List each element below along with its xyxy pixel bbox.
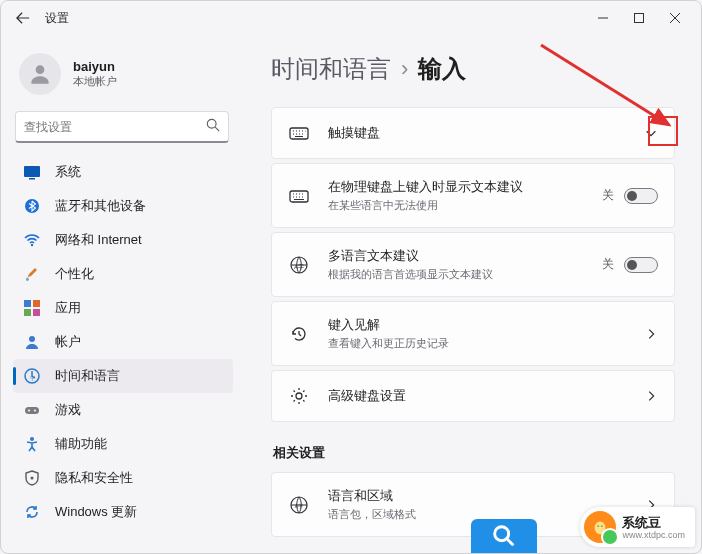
svg-point-1 bbox=[36, 65, 45, 74]
svg-rect-4 bbox=[29, 178, 35, 180]
sidebar-item-network[interactable]: 网络和 Internet bbox=[13, 223, 233, 257]
svg-point-11 bbox=[29, 336, 35, 342]
chevron-right-icon bbox=[644, 327, 658, 341]
svg-rect-3 bbox=[24, 166, 40, 177]
sidebar-item-privacy[interactable]: 隐私和安全性 bbox=[13, 461, 233, 495]
keyboard-icon bbox=[288, 122, 310, 144]
sidebar-item-label: 蓝牙和其他设备 bbox=[55, 197, 146, 215]
card-physical-suggest[interactable]: 在物理键盘上键入时显示文本建议 在某些语言中无法使用 关 bbox=[271, 163, 675, 228]
card-advanced-keyboard[interactable]: 高级键盘设置 bbox=[271, 370, 675, 422]
language-region-icon: A字 bbox=[288, 494, 310, 516]
time-language-icon: 字 bbox=[23, 367, 41, 385]
svg-point-15 bbox=[28, 410, 30, 412]
minimize-button[interactable] bbox=[585, 4, 621, 32]
chevron-right-icon: › bbox=[401, 56, 408, 82]
card-title: 在物理键盘上键入时显示文本建议 bbox=[328, 178, 602, 196]
related-settings-heading: 相关设置 bbox=[273, 444, 675, 462]
svg-text:A字: A字 bbox=[294, 263, 304, 270]
avatar-icon bbox=[27, 61, 53, 87]
site-watermark: 系统豆 www.xtdpc.com bbox=[580, 507, 695, 547]
toggle-state-label: 关 bbox=[602, 256, 614, 273]
system-icon bbox=[23, 163, 41, 181]
maximize-icon bbox=[634, 13, 644, 23]
toggle-switch[interactable] bbox=[624, 257, 658, 273]
svg-rect-7 bbox=[24, 300, 31, 307]
apps-icon bbox=[23, 299, 41, 317]
svg-rect-0 bbox=[635, 14, 644, 23]
sidebar-item-time-language[interactable]: 字 时间和语言 bbox=[13, 359, 233, 393]
svg-rect-14 bbox=[25, 407, 39, 414]
sidebar-item-label: 帐户 bbox=[55, 333, 81, 351]
back-arrow-icon bbox=[16, 11, 30, 25]
card-typing-insights[interactable]: 键入见解 查看键入和更正历史记录 bbox=[271, 301, 675, 366]
page-title: 输入 bbox=[418, 53, 466, 85]
card-title: 语言和区域 bbox=[328, 487, 644, 505]
title-bar: 设置 bbox=[1, 1, 701, 35]
card-title: 键入见解 bbox=[328, 316, 644, 334]
avatar bbox=[19, 53, 61, 95]
profile-account-type: 本地帐户 bbox=[73, 74, 117, 89]
search-input[interactable] bbox=[24, 120, 206, 134]
search-settings-box[interactable] bbox=[15, 111, 229, 143]
brush-icon bbox=[23, 265, 41, 283]
sidebar-item-bluetooth[interactable]: 蓝牙和其他设备 bbox=[13, 189, 233, 223]
maximize-button[interactable] bbox=[621, 4, 657, 32]
card-subtitle: 根据我的语言首选项显示文本建议 bbox=[328, 267, 602, 282]
profile-name: baiyun bbox=[73, 59, 117, 74]
card-touch-keyboard[interactable]: 触摸键盘 bbox=[271, 107, 675, 159]
sidebar-item-label: 隐私和安全性 bbox=[55, 469, 133, 487]
wifi-icon bbox=[23, 231, 41, 249]
update-icon bbox=[23, 503, 41, 521]
watermark-icon bbox=[584, 511, 616, 543]
sidebar-item-label: 系统 bbox=[55, 163, 81, 181]
sidebar-item-windows-update[interactable]: Windows 更新 bbox=[13, 495, 233, 529]
back-button[interactable] bbox=[9, 4, 37, 32]
svg-text:A字: A字 bbox=[295, 503, 303, 509]
svg-point-29 bbox=[601, 525, 603, 527]
sidebar-item-label: 时间和语言 bbox=[55, 367, 120, 385]
sidebar-item-personalization[interactable]: 个性化 bbox=[13, 257, 233, 291]
keyboard-icon bbox=[288, 185, 310, 207]
history-icon bbox=[288, 323, 310, 345]
search-icon bbox=[490, 522, 518, 550]
gaming-icon bbox=[23, 401, 41, 419]
window-title: 设置 bbox=[45, 10, 69, 27]
breadcrumb: 时间和语言 › 输入 bbox=[271, 53, 675, 85]
svg-point-26 bbox=[495, 527, 509, 541]
svg-point-6 bbox=[31, 244, 33, 246]
accessibility-icon bbox=[23, 435, 41, 453]
sidebar-item-label: 应用 bbox=[55, 299, 81, 317]
sidebar-item-label: 游戏 bbox=[55, 401, 81, 419]
sidebar: baiyun 本地帐户 系统 蓝牙和其他设备 网络和 Internet bbox=[1, 35, 239, 553]
card-multilang-suggest[interactable]: A字 多语言文本建议 根据我的语言首选项显示文本建议 关 bbox=[271, 232, 675, 297]
privacy-icon bbox=[23, 469, 41, 487]
taskbar-search-fragment bbox=[471, 519, 537, 553]
profile-block[interactable]: baiyun 本地帐户 bbox=[13, 43, 233, 109]
svg-point-27 bbox=[595, 522, 606, 535]
svg-point-23 bbox=[296, 393, 302, 399]
card-subtitle: 在某些语言中无法使用 bbox=[328, 198, 602, 213]
card-subtitle: 查看键入和更正历史记录 bbox=[328, 336, 644, 351]
svg-point-18 bbox=[31, 477, 34, 480]
card-title: 触摸键盘 bbox=[328, 124, 644, 142]
close-button[interactable] bbox=[657, 4, 693, 32]
sidebar-item-apps[interactable]: 应用 bbox=[13, 291, 233, 325]
sidebar-item-accounts[interactable]: 帐户 bbox=[13, 325, 233, 359]
account-icon bbox=[23, 333, 41, 351]
gear-icon bbox=[288, 385, 310, 407]
sidebar-item-gaming[interactable]: 游戏 bbox=[13, 393, 233, 427]
sidebar-item-system[interactable]: 系统 bbox=[13, 155, 233, 189]
bluetooth-icon bbox=[23, 197, 41, 215]
language-icon: A字 bbox=[288, 254, 310, 276]
svg-point-16 bbox=[34, 410, 36, 412]
sidebar-item-label: 网络和 Internet bbox=[55, 231, 142, 249]
svg-text:字: 字 bbox=[30, 375, 35, 381]
breadcrumb-parent[interactable]: 时间和语言 bbox=[271, 53, 391, 85]
sidebar-item-accessibility[interactable]: 辅助功能 bbox=[13, 427, 233, 461]
content-pane: 时间和语言 › 输入 触摸键盘 在物理键盘上键入时显示文本建议 在某些 bbox=[239, 35, 701, 553]
toggle-switch[interactable] bbox=[624, 188, 658, 204]
svg-point-2 bbox=[207, 119, 216, 128]
chevron-down-icon bbox=[644, 126, 658, 140]
sidebar-item-label: 辅助功能 bbox=[55, 435, 107, 453]
minimize-icon bbox=[598, 13, 608, 23]
